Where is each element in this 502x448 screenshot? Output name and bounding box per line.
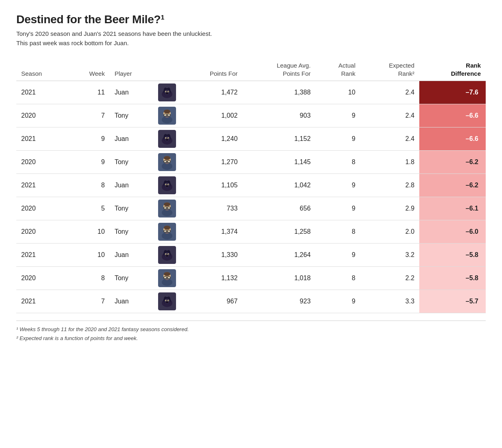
cell-player-name: Tony	[110, 104, 155, 127]
cell-expected-rank: 2.4	[360, 104, 419, 127]
cell-expected-rank: 3.3	[360, 290, 419, 313]
cell-rank-diff: –6.2	[419, 174, 486, 197]
cell-player-name: Tony	[110, 267, 155, 290]
cell-expected-rank: 2.9	[360, 197, 419, 220]
cell-actual-rank: 9	[315, 244, 360, 267]
subtitle: Tony's 2020 season and Juan's 2021 seaso…	[16, 29, 486, 48]
player-avatar	[158, 269, 176, 287]
cell-rank-diff: –6.0	[419, 220, 486, 244]
cell-points-for: 967	[179, 290, 242, 313]
svg-point-79	[166, 255, 168, 257]
cell-week: 5	[67, 197, 110, 220]
cell-player-name: Tony	[110, 220, 155, 244]
table-row: 2020 10 Tony 1,374 1,258 8	[16, 220, 486, 244]
svg-point-18	[168, 114, 170, 116]
col-header-rank-diff: Rank Difference	[419, 59, 486, 81]
svg-point-19	[164, 110, 170, 114]
cell-actual-rank: 9	[315, 290, 360, 313]
cell-week: 9	[67, 127, 110, 151]
data-table: Season Week Player Points For League Avg…	[16, 59, 486, 313]
svg-point-78	[168, 254, 169, 255]
cell-actual-rank: 9	[315, 127, 360, 151]
cell-season: 2020	[16, 220, 67, 244]
svg-point-98	[168, 301, 169, 301]
cell-league-avg: 1,018	[242, 267, 315, 290]
cell-rank-diff: –6.6	[419, 127, 486, 151]
cell-points-for: 733	[179, 197, 242, 220]
player-avatar	[158, 246, 176, 264]
cell-avatar	[155, 127, 179, 151]
cell-week: 11	[67, 81, 110, 104]
svg-point-10	[166, 92, 168, 94]
cell-points-for: 1,472	[179, 81, 242, 104]
cell-avatar	[155, 174, 179, 197]
cell-expected-rank: 3.2	[360, 244, 419, 267]
table-row: 2021 7 Juan 967 923 9	[16, 290, 486, 313]
col-header-player: Player	[110, 59, 155, 81]
cell-league-avg: 1,145	[242, 151, 315, 174]
svg-point-87	[168, 277, 170, 279]
col-header-points-for: Points For	[179, 59, 242, 81]
cell-season: 2021	[16, 174, 67, 197]
cell-expected-rank: 1.8	[360, 151, 419, 174]
cell-expected-rank: 2.4	[360, 127, 419, 151]
table-container: Season Week Player Points For League Avg…	[16, 59, 486, 313]
svg-point-67	[168, 231, 170, 232]
cell-season: 2020	[16, 267, 67, 290]
cell-season: 2020	[16, 197, 67, 220]
table-row: 2020 5 Tony 733 656 9 2.	[16, 197, 486, 220]
cell-player-name: Juan	[110, 127, 155, 151]
cell-points-for: 1,270	[179, 151, 242, 174]
cell-week: 10	[67, 220, 110, 244]
table-row: 2021 10 Juan 1,330 1,264	[16, 244, 486, 267]
svg-point-29	[168, 138, 169, 139]
cell-player-name: Tony	[110, 197, 155, 220]
svg-point-37	[164, 161, 166, 163]
cell-league-avg: 923	[242, 290, 315, 313]
cell-league-avg: 656	[242, 197, 315, 220]
svg-point-88	[164, 272, 170, 276]
footnote-2: ² Expected rank is a function of points …	[16, 334, 486, 343]
footnote-1: ¹ Weeks 5 through 11 for the 2020 and 20…	[16, 325, 486, 334]
cell-player-name: Juan	[110, 244, 155, 267]
cell-player-name: Juan	[110, 290, 155, 313]
svg-point-59	[164, 202, 170, 206]
cell-rank-diff: –6.1	[419, 197, 486, 220]
col-header-actual-rank: Actual Rank	[315, 59, 360, 81]
cell-actual-rank: 10	[315, 81, 360, 104]
table-row: 2021 11 Juan 1,472 1,388	[16, 81, 486, 104]
cell-season: 2021	[16, 127, 67, 151]
svg-point-48	[166, 184, 167, 185]
cell-rank-diff: –5.8	[419, 267, 486, 290]
cell-actual-rank: 8	[315, 151, 360, 174]
col-header-season: Season	[16, 59, 67, 81]
cell-season: 2021	[16, 81, 67, 104]
cell-avatar	[155, 197, 179, 220]
cell-player-name: Juan	[110, 81, 155, 104]
cell-avatar	[155, 151, 179, 174]
subtitle-line2: This past week was rock bottom for Juan.	[16, 40, 129, 46]
player-avatar	[158, 200, 176, 217]
svg-point-86	[164, 277, 166, 279]
cell-avatar	[155, 220, 179, 244]
subtitle-line1: Tony's 2020 season and Juan's 2021 seaso…	[16, 30, 212, 37]
svg-point-9	[168, 92, 169, 92]
col-header-expected-rank: Expected Rank²	[360, 59, 419, 81]
cell-rank-diff: –5.7	[419, 290, 486, 313]
cell-points-for: 1,105	[179, 174, 242, 197]
cell-points-for: 1,374	[179, 220, 242, 244]
cell-rank-diff: –6.2	[419, 151, 486, 174]
cell-avatar	[155, 104, 179, 127]
svg-point-66	[164, 231, 166, 232]
cell-points-for: 1,330	[179, 244, 242, 267]
col-header-avatar-spacer	[155, 59, 179, 81]
cell-avatar	[155, 267, 179, 290]
cell-expected-rank: 2.2	[360, 267, 419, 290]
svg-point-17	[164, 114, 166, 116]
player-avatar	[158, 292, 176, 310]
cell-league-avg: 1,042	[242, 174, 315, 197]
cell-actual-rank: 9	[315, 174, 360, 197]
player-avatar	[158, 107, 176, 125]
svg-point-49	[168, 184, 169, 185]
cell-season: 2020	[16, 151, 67, 174]
